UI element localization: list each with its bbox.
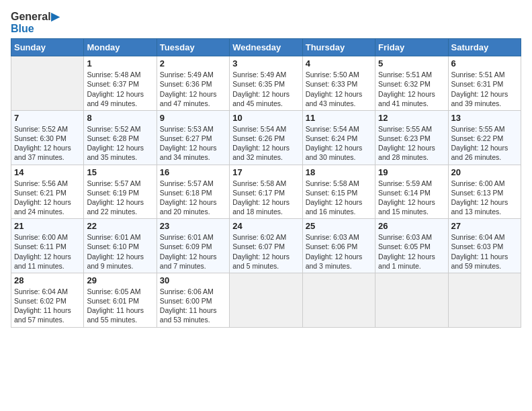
day-info: Sunrise: 6:04 AMSunset: 6:03 PMDaylight:… (451, 232, 518, 271)
calendar-cell (11, 56, 84, 111)
day-number: 16 (160, 167, 226, 177)
day-info: Sunrise: 5:52 AMSunset: 6:30 PMDaylight:… (14, 124, 81, 163)
day-number: 13 (451, 113, 518, 123)
calendar-cell: 5Sunrise: 5:51 AMSunset: 6:32 PMDaylight… (375, 56, 448, 111)
calendar-cell: 30Sunrise: 6:06 AMSunset: 6:00 PMDayligh… (157, 273, 229, 327)
weekday-header-sunday: Sunday (11, 39, 84, 56)
day-info: Sunrise: 5:52 AMSunset: 6:28 PMDaylight:… (87, 124, 153, 163)
calendar-cell: 23Sunrise: 6:01 AMSunset: 6:09 PMDayligh… (157, 219, 229, 273)
day-info: Sunrise: 5:54 AMSunset: 6:24 PMDaylight:… (306, 124, 372, 163)
day-info: Sunrise: 5:58 AMSunset: 6:17 PMDaylight:… (232, 179, 299, 217)
day-info: Sunrise: 5:49 AMSunset: 6:35 PMDaylight:… (232, 70, 299, 108)
calendar-cell: 3Sunrise: 5:49 AMSunset: 6:35 PMDaylight… (230, 56, 302, 111)
day-number: 14 (14, 167, 81, 177)
day-number: 29 (87, 275, 153, 285)
day-number: 9 (160, 113, 226, 123)
calendar-week-4: 21Sunrise: 6:00 AMSunset: 6:11 PMDayligh… (11, 219, 521, 273)
day-info: Sunrise: 5:56 AMSunset: 6:21 PMDaylight:… (14, 179, 81, 217)
calendar-cell (230, 273, 302, 327)
weekday-header-thursday: Thursday (302, 39, 375, 56)
day-info: Sunrise: 6:05 AMSunset: 6:01 PMDaylight:… (87, 287, 153, 325)
calendar-cell: 4Sunrise: 5:50 AMSunset: 6:33 PMDaylight… (302, 56, 375, 111)
weekday-header-monday: Monday (84, 39, 157, 56)
day-number: 26 (378, 221, 445, 231)
day-number: 2 (160, 58, 226, 68)
day-number: 19 (378, 167, 445, 177)
page-header: General▶ Blue (11, 11, 521, 34)
day-number: 10 (232, 113, 299, 123)
day-number: 11 (306, 113, 372, 123)
day-info: Sunrise: 5:54 AMSunset: 6:26 PMDaylight:… (232, 124, 299, 163)
day-number: 23 (160, 221, 226, 231)
day-info: Sunrise: 5:55 AMSunset: 6:23 PMDaylight:… (378, 124, 445, 163)
calendar-week-1: 1Sunrise: 5:48 AMSunset: 6:37 PMDaylight… (11, 56, 521, 111)
calendar-cell: 15Sunrise: 5:57 AMSunset: 6:19 PMDayligh… (84, 165, 157, 219)
calendar-cell: 17Sunrise: 5:58 AMSunset: 6:17 PMDayligh… (230, 165, 302, 219)
day-info: Sunrise: 5:59 AMSunset: 6:14 PMDaylight:… (378, 179, 445, 217)
calendar-header: SundayMondayTuesdayWednesdayThursdayFrid… (11, 39, 521, 56)
calendar-cell (375, 273, 448, 327)
calendar-cell: 9Sunrise: 5:53 AMSunset: 6:27 PMDaylight… (157, 110, 229, 165)
calendar-cell: 11Sunrise: 5:54 AMSunset: 6:24 PMDayligh… (302, 110, 375, 165)
day-info: Sunrise: 5:51 AMSunset: 6:31 PMDaylight:… (451, 70, 518, 108)
calendar-cell: 25Sunrise: 6:03 AMSunset: 6:06 PMDayligh… (302, 219, 375, 273)
day-number: 25 (306, 221, 372, 231)
calendar-cell: 12Sunrise: 5:55 AMSunset: 6:23 PMDayligh… (375, 110, 448, 165)
day-info: Sunrise: 5:55 AMSunset: 6:22 PMDaylight:… (451, 124, 518, 163)
day-number: 21 (14, 221, 81, 231)
calendar-cell: 13Sunrise: 5:55 AMSunset: 6:22 PMDayligh… (448, 110, 521, 165)
calendar-cell: 18Sunrise: 5:58 AMSunset: 6:15 PMDayligh… (302, 165, 375, 219)
calendar-cell: 10Sunrise: 5:54 AMSunset: 6:26 PMDayligh… (230, 110, 302, 165)
calendar-cell: 1Sunrise: 5:48 AMSunset: 6:37 PMDaylight… (84, 56, 157, 111)
day-info: Sunrise: 6:03 AMSunset: 6:06 PMDaylight:… (306, 232, 372, 271)
day-info: Sunrise: 5:49 AMSunset: 6:36 PMDaylight:… (160, 70, 226, 108)
day-number: 24 (232, 221, 299, 231)
day-number: 7 (14, 113, 81, 123)
day-info: Sunrise: 5:58 AMSunset: 6:15 PMDaylight:… (306, 179, 372, 217)
day-number: 3 (232, 58, 299, 68)
calendar-cell: 6Sunrise: 5:51 AMSunset: 6:31 PMDaylight… (448, 56, 521, 111)
calendar-cell: 19Sunrise: 5:59 AMSunset: 6:14 PMDayligh… (375, 165, 448, 219)
day-info: Sunrise: 5:57 AMSunset: 6:19 PMDaylight:… (87, 179, 153, 217)
day-info: Sunrise: 6:06 AMSunset: 6:00 PMDaylight:… (160, 287, 226, 325)
calendar-cell: 16Sunrise: 5:57 AMSunset: 6:18 PMDayligh… (157, 165, 229, 219)
calendar-cell: 24Sunrise: 6:02 AMSunset: 6:07 PMDayligh… (230, 219, 302, 273)
day-number: 8 (87, 113, 153, 123)
calendar-cell: 22Sunrise: 6:01 AMSunset: 6:10 PMDayligh… (84, 219, 157, 273)
day-info: Sunrise: 6:00 AMSunset: 6:13 PMDaylight:… (451, 179, 518, 217)
calendar-cell: 29Sunrise: 6:05 AMSunset: 6:01 PMDayligh… (84, 273, 157, 327)
day-number: 1 (87, 58, 153, 68)
day-number: 5 (378, 58, 445, 68)
calendar-table: SundayMondayTuesdayWednesdayThursdayFrid… (11, 38, 521, 327)
calendar-cell: 20Sunrise: 6:00 AMSunset: 6:13 PMDayligh… (448, 165, 521, 219)
day-number: 28 (14, 275, 81, 285)
calendar-cell (448, 273, 521, 327)
logo-text: General▶ Blue (11, 11, 59, 34)
calendar-cell: 21Sunrise: 6:00 AMSunset: 6:11 PMDayligh… (11, 219, 84, 273)
day-number: 27 (451, 221, 518, 231)
day-number: 12 (378, 113, 445, 123)
day-info: Sunrise: 6:02 AMSunset: 6:07 PMDaylight:… (232, 232, 299, 271)
day-number: 22 (87, 221, 153, 231)
day-number: 17 (232, 167, 299, 177)
day-number: 30 (160, 275, 226, 285)
day-number: 4 (306, 58, 372, 68)
day-info: Sunrise: 5:50 AMSunset: 6:33 PMDaylight:… (306, 70, 372, 108)
weekday-header-wednesday: Wednesday (230, 39, 302, 56)
calendar-cell: 8Sunrise: 5:52 AMSunset: 6:28 PMDaylight… (84, 110, 157, 165)
calendar-week-3: 14Sunrise: 5:56 AMSunset: 6:21 PMDayligh… (11, 165, 521, 219)
day-info: Sunrise: 5:51 AMSunset: 6:32 PMDaylight:… (378, 70, 445, 108)
day-info: Sunrise: 6:01 AMSunset: 6:10 PMDaylight:… (87, 232, 153, 271)
day-number: 18 (306, 167, 372, 177)
calendar-cell: 26Sunrise: 6:03 AMSunset: 6:05 PMDayligh… (375, 219, 448, 273)
day-number: 6 (451, 58, 518, 68)
day-info: Sunrise: 5:57 AMSunset: 6:18 PMDaylight:… (160, 179, 226, 217)
day-info: Sunrise: 5:48 AMSunset: 6:37 PMDaylight:… (87, 70, 153, 108)
day-info: Sunrise: 6:04 AMSunset: 6:02 PMDaylight:… (14, 287, 81, 325)
logo: General▶ Blue (11, 11, 59, 34)
day-info: Sunrise: 6:03 AMSunset: 6:05 PMDaylight:… (378, 232, 445, 271)
day-number: 15 (87, 167, 153, 177)
calendar-cell: 2Sunrise: 5:49 AMSunset: 6:36 PMDaylight… (157, 56, 229, 111)
weekday-header-tuesday: Tuesday (157, 39, 229, 56)
calendar-week-2: 7Sunrise: 5:52 AMSunset: 6:30 PMDaylight… (11, 110, 521, 165)
